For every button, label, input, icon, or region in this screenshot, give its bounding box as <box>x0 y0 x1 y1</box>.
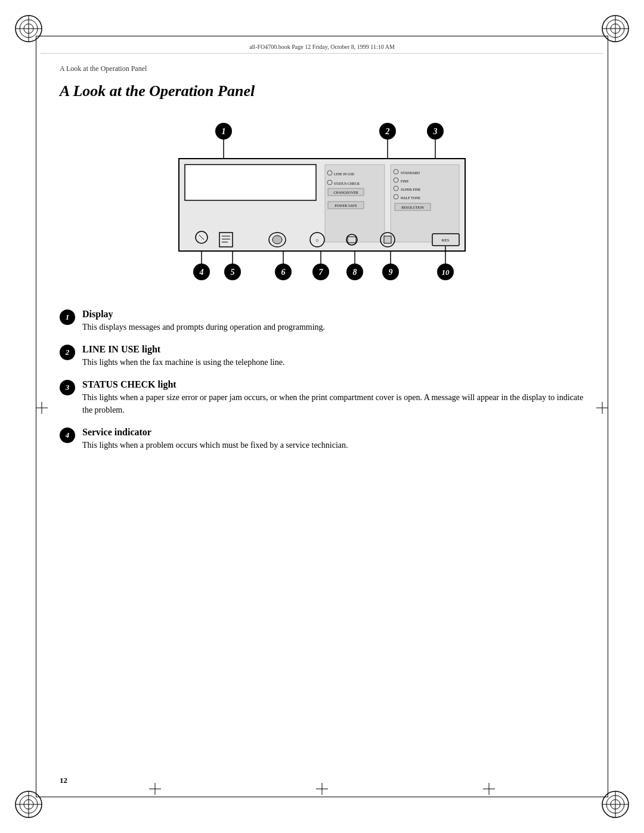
desc-item-4: 4 Service indicator This lights when a p… <box>60 427 584 451</box>
cross-left-mid <box>36 402 48 416</box>
svg-text:1: 1 <box>222 127 226 136</box>
border-left <box>36 36 36 797</box>
svg-text:RESOLUTION: RESOLUTION <box>401 206 424 209</box>
page-title: A Look at the Operation Panel <box>60 82 584 100</box>
desc-item-2: 2 LINE IN USE light This lights when the… <box>60 344 584 368</box>
svg-text:FINE: FINE <box>401 179 409 183</box>
svg-text:SUPER FINE: SUPER FINE <box>401 188 421 191</box>
desc-title-1: Display <box>82 309 113 319</box>
svg-text:CHANGEOVER: CHANGEOVER <box>333 191 358 194</box>
desc-text-2: LINE IN USE light This lights when the f… <box>82 344 584 368</box>
desc-body-1: This displays messages and prompts durin… <box>82 321 584 333</box>
svg-text:8: 8 <box>353 268 357 277</box>
desc-title-2: LINE IN USE light <box>82 344 160 354</box>
desc-body-2: This lights when the fax machine is usin… <box>82 356 584 368</box>
desc-num-2: 2 <box>60 345 75 360</box>
desc-num-1: 1 <box>60 309 75 325</box>
desc-body-3: This lights when a paper size error or p… <box>82 391 584 416</box>
cross-right-mid <box>596 402 608 416</box>
svg-point-68 <box>273 236 282 244</box>
description-list: 1 Display This displays messages and pro… <box>60 309 584 451</box>
file-info: all-FO4700.book Page 12 Friday, October … <box>249 44 395 50</box>
cross-bottom-left <box>149 783 161 797</box>
cross-bottom-right <box>483 783 495 797</box>
cross-bottom-mid <box>316 783 328 797</box>
desc-text-4: Service indicator This lights when a pro… <box>82 427 584 451</box>
svg-text:POWER SAVE: POWER SAVE <box>335 204 357 208</box>
svg-text:3: 3 <box>433 127 438 136</box>
desc-title-3: STATUS CHECK light <box>82 379 177 389</box>
svg-rect-72 <box>348 237 356 243</box>
page-number: 12 <box>60 776 67 785</box>
svg-text:7: 7 <box>319 268 324 277</box>
svg-rect-40 <box>185 165 316 200</box>
svg-text:2: 2 <box>385 127 390 136</box>
svg-text:RES: RES <box>442 238 450 243</box>
svg-text:4: 4 <box>199 268 204 277</box>
breadcrumb: A Look at the Operation Panel <box>60 64 147 73</box>
svg-text:6: 6 <box>281 268 286 277</box>
svg-text:○: ○ <box>315 237 318 243</box>
desc-num-4: 4 <box>60 428 75 443</box>
desc-body-4: This lights when a problem occurs which … <box>82 439 584 451</box>
diagram-container: 1 2 3 LINE IN USE STATUS CHECK <box>60 118 584 291</box>
border-top <box>36 36 608 36</box>
desc-title-4: Service indicator <box>82 427 151 437</box>
corner-decoration-bl <box>11 786 47 822</box>
svg-text:LINE IN USE: LINE IN USE <box>334 172 355 176</box>
svg-rect-74 <box>384 236 391 243</box>
panel-diagram: 1 2 3 LINE IN USE STATUS CHECK <box>131 118 513 291</box>
corner-decoration-br <box>597 786 633 822</box>
header-strip: all-FO4700.book Page 12 Friday, October … <box>41 41 603 54</box>
desc-item-3: 3 STATUS CHECK light This lights when a … <box>60 379 584 416</box>
svg-text:STANDARD: STANDARD <box>401 171 420 175</box>
desc-item-1: 1 Display This displays messages and pro… <box>60 309 584 333</box>
svg-text:STATUS CHECK: STATUS CHECK <box>334 182 360 185</box>
svg-text:10: 10 <box>442 268 450 277</box>
svg-text:9: 9 <box>389 268 393 277</box>
main-content: A Look at the Operation Panel 1 2 3 <box>60 76 584 462</box>
desc-num-3: 3 <box>60 380 75 395</box>
desc-text-1: Display This displays messages and promp… <box>82 309 584 333</box>
svg-text:5: 5 <box>231 268 235 277</box>
border-right <box>608 36 608 797</box>
svg-text:HALF TONE: HALF TONE <box>401 196 420 200</box>
desc-text-3: STATUS CHECK light This lights when a pa… <box>82 379 584 416</box>
